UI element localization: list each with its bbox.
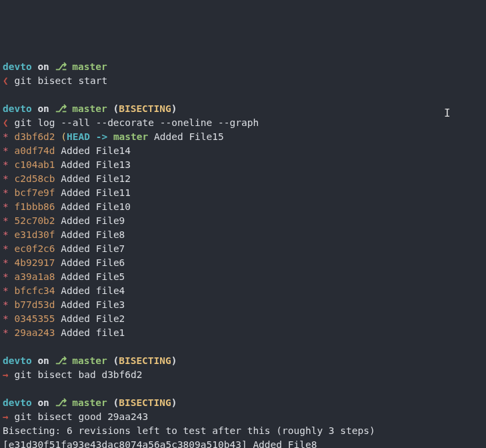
bisect-output: Bisecting: 6 revisions left to test afte… — [3, 425, 375, 436]
caret-icon: ❮ — [3, 75, 9, 86]
commit-msg: Added File9 — [55, 215, 125, 226]
dir: devto — [3, 103, 32, 114]
bisect-state: BISECTING — [119, 355, 171, 366]
log-line: * e31d30f Added File8 — [3, 229, 125, 240]
command: git log --all --decorate --oneline --gra… — [14, 117, 259, 128]
commit-hash: d3bf6d2 — [14, 131, 55, 142]
commit-msg: Added File6 — [55, 257, 125, 268]
commit-hash: bfcfc34 — [14, 285, 55, 296]
commit-hash: 29aa243 — [14, 327, 55, 338]
log-line: * ec0f2c6 Added File7 — [3, 243, 125, 254]
commit-msg: Added File15 — [148, 131, 224, 142]
arrow-icon: → — [3, 369, 9, 380]
branch: master — [72, 355, 107, 366]
log-line: * bfcfc34 Added file4 — [3, 285, 125, 296]
commit-hash: a0df74d — [14, 145, 55, 156]
graph-star: * — [3, 145, 9, 156]
commit-msg: Added file4 — [55, 285, 125, 296]
graph-star: * — [3, 285, 9, 296]
branch: master — [72, 397, 107, 408]
commit-hash: a39a1a8 — [14, 271, 55, 282]
log-line: * 0345355 Added File2 — [3, 313, 125, 324]
commit-hash: e31d30f — [14, 229, 55, 240]
commit-hash: 4b92917 — [14, 257, 55, 268]
commit-msg: Added File2 — [55, 313, 125, 324]
command: git bisect start — [14, 75, 107, 86]
prompt-1: devto on ⎇ master — [3, 61, 107, 72]
commit-hash: f1bbb86 — [14, 201, 55, 212]
graph-star: * — [3, 159, 9, 170]
commit-msg: Added File10 — [55, 201, 131, 212]
paren-close: ) — [171, 103, 177, 114]
command: git bisect bad d3bf6d2 — [14, 369, 142, 380]
log-line: * f1bbb86 Added File10 — [3, 201, 131, 212]
branch: master — [72, 61, 107, 72]
log-line: * 29aa243 Added file1 — [3, 327, 125, 338]
branch-ref: master — [113, 131, 148, 142]
commit-msg: Added File3 — [55, 299, 125, 310]
commit-hash: 0345355 — [14, 313, 55, 324]
dir: devto — [3, 61, 32, 72]
log-line: * a0df74d Added File14 — [3, 145, 131, 156]
log-line: * 52c70b2 Added File9 — [3, 215, 125, 226]
arrow-icon: → — [3, 411, 9, 422]
branch-icon: ⎇ — [55, 355, 67, 366]
paren-open: ( — [113, 397, 119, 408]
caret-icon: ❮ — [3, 117, 9, 128]
graph-star: * — [3, 257, 9, 268]
commit-msg: Added File7 — [55, 243, 125, 254]
commit-hash: 52c70b2 — [14, 215, 55, 226]
graph-star: * — [3, 201, 9, 212]
branch: master — [72, 103, 107, 114]
commit-msg: Added File8 — [55, 229, 125, 240]
prompt-2: devto on ⎇ master (BISECTING) — [3, 103, 177, 114]
cmd-line-3: → git bisect bad d3bf6d2 — [3, 369, 143, 380]
commit-msg: Added file1 — [55, 327, 125, 338]
log-line: * 4b92917 Added File6 — [3, 257, 125, 268]
graph-star: * — [3, 243, 9, 254]
graph-star: * — [3, 215, 9, 226]
branch-icon: ⎇ — [55, 103, 67, 114]
log-line: * c104ab1 Added File13 — [3, 159, 131, 170]
terminal[interactable]: devto on ⎇ master ❮ git bisect start dev… — [3, 60, 483, 448]
log-line: * d3bf6d2 (HEAD -> master Added File15 — [3, 131, 224, 142]
graph-star: * — [3, 173, 9, 184]
bisect-state: BISECTING — [119, 103, 171, 114]
bisect-output: [e31d30f51fa93e43dac8074a56a5c3809a510b4… — [3, 439, 317, 448]
on: on — [37, 103, 49, 114]
commit-msg: Added File5 — [55, 271, 125, 282]
command: git bisect good 29aa243 — [14, 411, 148, 422]
graph-star: * — [3, 229, 9, 240]
commit-msg: Added File12 — [55, 173, 131, 184]
commit-msg: Added File11 — [55, 187, 131, 198]
cmd-line-2: ❮ git log --all --decorate --oneline --g… — [3, 117, 259, 128]
graph-star: * — [3, 187, 9, 198]
on: on — [37, 397, 49, 408]
log-line: * bcf7e9f Added File11 — [3, 187, 131, 198]
cmd-line-1: ❮ git bisect start — [3, 75, 107, 86]
graph-star: * — [3, 299, 9, 310]
head-ref: HEAD -> — [67, 131, 113, 142]
bisect-state: BISECTING — [119, 397, 171, 408]
graph-star: * — [3, 313, 9, 324]
branch-icon: ⎇ — [55, 61, 67, 72]
paren-close: ) — [171, 397, 177, 408]
paren-close: ) — [171, 355, 177, 366]
paren-open: ( — [113, 355, 119, 366]
deco-open: ( — [61, 131, 67, 142]
commit-hash: ec0f2c6 — [14, 243, 55, 254]
commit-hash: c104ab1 — [14, 159, 55, 170]
paren-open: ( — [113, 103, 119, 114]
on: on — [37, 61, 49, 72]
commit-msg: Added File14 — [55, 145, 131, 156]
commit-msg: Added File13 — [55, 159, 131, 170]
graph-star: * — [3, 131, 9, 142]
graph-star: * — [3, 271, 9, 282]
log-line: * b77d53d Added File3 — [3, 299, 125, 310]
branch-icon: ⎇ — [55, 397, 67, 408]
dir: devto — [3, 397, 32, 408]
on: on — [37, 355, 49, 366]
commit-hash: b77d53d — [14, 299, 55, 310]
log-line: * a39a1a8 Added File5 — [3, 271, 125, 282]
dir: devto — [3, 355, 32, 366]
